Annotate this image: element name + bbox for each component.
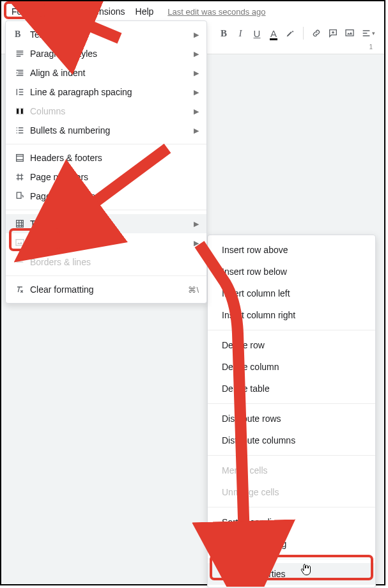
line-spacing-icon	[15, 87, 30, 97]
submenu-sort-ascending[interactable]: Sort ascending	[208, 511, 375, 533]
menu-divider	[6, 210, 206, 210]
chevron-right-icon: ▶	[194, 50, 199, 58]
submenu-table-properties[interactable]: Table properties	[208, 563, 375, 585]
svg-rect-4	[17, 155, 24, 162]
chevron-right-icon: ▶	[194, 88, 199, 97]
svg-point-3	[17, 132, 18, 134]
menu-item-columns: Columns ▶	[6, 102, 206, 121]
borders-lines-icon	[15, 257, 30, 267]
menu-item-paragraph-styles[interactable]: Paragraph styles ▶	[6, 44, 206, 63]
menu-item-text[interactable]: B Text ▶	[6, 25, 206, 44]
menu-item-image: Image ▶	[6, 233, 206, 252]
align-button[interactable]: ▾	[359, 26, 378, 41]
columns-icon	[15, 106, 30, 116]
underline-button[interactable]: U	[249, 26, 265, 41]
comment-icon	[328, 28, 338, 38]
menu-item-table[interactable]: Table ▶	[6, 214, 206, 233]
align-indent-icon	[15, 68, 30, 78]
chevron-right-icon: ▶	[194, 220, 199, 228]
paragraph-styles-icon	[15, 49, 30, 59]
submenu-insert-column-left[interactable]: Insert column left	[208, 282, 375, 304]
submenu-divider	[208, 403, 375, 404]
chevron-right-icon: ▶	[194, 127, 199, 135]
italic-button[interactable]: I	[233, 26, 248, 41]
menu-help[interactable]: Help	[130, 4, 159, 19]
menu-bar: Format Tools Extensions Help Last edit w…	[1, 3, 384, 20]
menu-item-line-spacing[interactable]: Line & paragraph spacing ▶	[6, 82, 206, 102]
menu-item-headers-footers[interactable]: Headers & footers	[6, 148, 206, 167]
last-edit-info[interactable]: Last edit was seconds ago	[167, 7, 265, 17]
page-numbers-icon	[15, 172, 30, 182]
menu-divider	[6, 275, 206, 276]
headers-footers-icon	[15, 153, 30, 163]
bold-icon: B	[15, 29, 30, 40]
chevron-right-icon: ▶	[194, 31, 199, 39]
submenu-delete-row[interactable]: Delete row	[208, 334, 375, 356]
app-frame: Format Tools Extensions Help Last edit w…	[0, 0, 385, 585]
menu-extensions[interactable]: Extensions	[76, 4, 130, 19]
list-icon	[15, 125, 30, 135]
highlight-color-button[interactable]	[283, 26, 298, 41]
submenu-sort-descending[interactable]: Sort descending	[208, 533, 375, 555]
menu-tools[interactable]: Tools	[45, 4, 76, 19]
svg-rect-5	[17, 192, 21, 198]
submenu-merge-cells: Merge cells	[208, 460, 375, 481]
ruler-mark: 1	[369, 43, 373, 50]
svg-rect-6	[17, 220, 24, 228]
svg-point-1	[17, 127, 18, 128]
format-menu-dropdown: B Text ▶ Paragraph styles ▶ Align & inde…	[5, 20, 207, 304]
highlighter-icon	[285, 28, 295, 38]
submenu-unmerge-cells: Unmerge cells	[208, 481, 375, 503]
svg-point-2	[17, 130, 18, 131]
menu-item-bullets-numbering[interactable]: Bullets & numbering ▶	[6, 121, 206, 140]
submenu-delete-column[interactable]: Delete column	[208, 356, 375, 378]
submenu-divider	[208, 507, 375, 507]
chevron-right-icon: ▶	[194, 239, 199, 247]
svg-rect-0	[346, 30, 353, 36]
menu-divider	[6, 144, 206, 144]
clear-format-icon	[15, 284, 30, 295]
svg-rect-7	[16, 240, 24, 245]
text-color-button[interactable]: A	[266, 26, 281, 41]
submenu-insert-row-above[interactable]: Insert row above	[208, 239, 375, 261]
chevron-right-icon: ▶	[194, 69, 199, 77]
submenu-divider	[208, 559, 375, 559]
submenu-divider	[208, 455, 375, 456]
submenu-insert-row-below[interactable]: Insert row below	[208, 261, 375, 282]
chevron-right-icon: ▶	[194, 107, 199, 116]
submenu-distribute-columns[interactable]: Distribute columns	[208, 429, 375, 451]
submenu-divider	[208, 330, 375, 330]
submenu-insert-column-right[interactable]: Insert column right	[208, 304, 375, 326]
submenu-delete-table[interactable]: Delete table	[208, 378, 375, 399]
menu-item-page-orientation[interactable]: Page orientation	[6, 187, 206, 206]
image-icon	[345, 28, 355, 38]
insert-link-button[interactable]	[309, 26, 324, 41]
menu-item-page-numbers[interactable]: Page numbers	[6, 167, 206, 187]
table-submenu: Insert row above Insert row below Insert…	[207, 235, 376, 588]
menu-item-align-indent[interactable]: Align & indent ▶	[6, 63, 206, 82]
submenu-distribute-rows[interactable]: Distribute rows	[208, 408, 375, 429]
align-icon	[361, 28, 371, 38]
table-icon	[15, 219, 30, 229]
toolbar-separator	[303, 27, 304, 40]
insert-image-button[interactable]	[342, 26, 357, 41]
image-icon	[15, 238, 30, 248]
link-icon	[311, 28, 322, 38]
menu-item-borders-lines: Borders & lines	[6, 252, 206, 272]
menu-item-clear-formatting[interactable]: Clear formatting ⌘\	[6, 280, 206, 299]
add-comment-button[interactable]	[325, 26, 341, 41]
page-orientation-icon	[15, 191, 30, 201]
bold-button[interactable]: B	[216, 26, 231, 41]
menu-format[interactable]: Format	[6, 4, 45, 19]
